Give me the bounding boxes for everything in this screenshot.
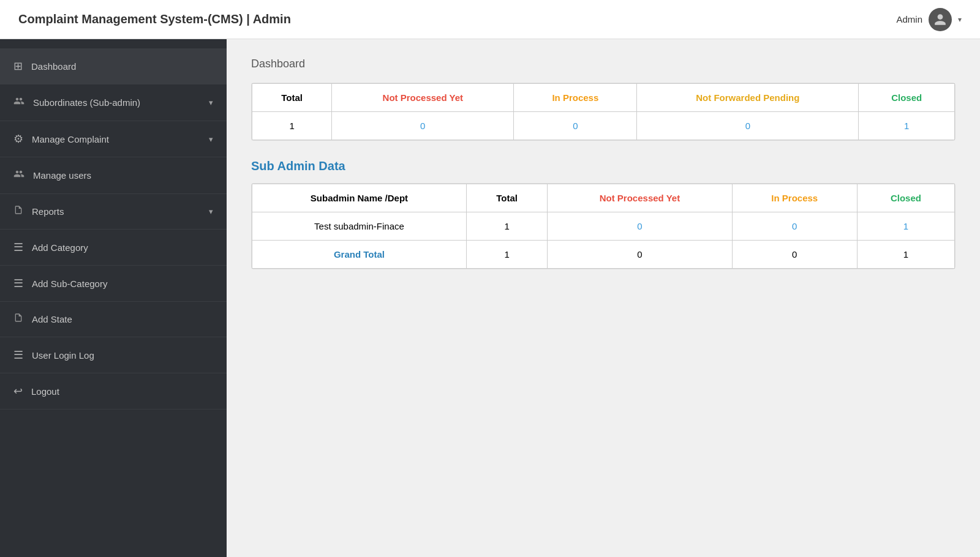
dashboard-icon: ⊞ [13, 59, 23, 73]
sidebar-item-user-login-log[interactable]: ☰ User Login Log [0, 337, 227, 373]
layout: ⊞ Dashboard Subordinates (Sub-admin) ▾ ⚙… [0, 39, 980, 557]
sub-row-name: Test subadmin-Finace [252, 212, 467, 241]
sidebar-item-subordinates[interactable]: Subordinates (Sub-admin) ▾ [0, 84, 227, 121]
grand-total-label: Grand Total [252, 241, 467, 269]
manage-complaint-arrow-icon: ▾ [209, 135, 213, 144]
add-sub-category-icon: ☰ [13, 277, 23, 290]
sidebar-add-state-label: Add State [32, 314, 213, 324]
sidebar-add-sub-category-label: Add Sub-Category [32, 278, 213, 289]
sidebar-subordinates-label: Subordinates (Sub-admin) [33, 97, 209, 108]
sidebar-user-login-log-label: User Login Log [32, 350, 213, 361]
grand-total-closed: 1 [857, 241, 954, 269]
sidebar-logout-label: Logout [31, 386, 213, 397]
sidebar-item-dashboard[interactable]: ⊞ Dashboard [0, 48, 227, 84]
sub-col-name-header: Subadmin Name /Dept [252, 184, 467, 212]
summary-table: Total Not Processed Yet In Process Not F… [252, 83, 955, 140]
sub-row-not-processed: 0 [548, 212, 732, 241]
summary-closed: 1 [859, 112, 955, 140]
add-category-icon: ☰ [13, 241, 23, 254]
sidebar-add-category-label: Add Category [32, 242, 213, 253]
sidebar-reports-label: Reports [32, 206, 209, 217]
col-not-processed-header: Not Processed Yet [332, 84, 514, 112]
sidebar-manage-users-label: Manage users [33, 170, 213, 181]
grand-total-row: Grand Total 1 0 0 1 [252, 241, 955, 269]
summary-total: 1 [252, 112, 332, 140]
sub-admin-section-title: Sub Admin Data [251, 159, 956, 173]
chevron-down-icon: ▾ [958, 15, 962, 24]
sub-admin-card: Subadmin Name /Dept Total Not Processed … [251, 183, 956, 269]
table-row: Test subadmin-Finace 1 0 0 1 [252, 212, 955, 241]
app-title: Complaint Management System-(CMS) | Admi… [18, 12, 291, 26]
sidebar-item-add-state[interactable]: Add State [0, 302, 227, 337]
sidebar-item-manage-complaint[interactable]: ⚙ Manage Complaint ▾ [0, 121, 227, 157]
summary-row: 1 0 0 0 1 [252, 112, 955, 140]
summary-not-forwarded: 0 [637, 112, 859, 140]
summary-not-processed: 0 [332, 112, 514, 140]
user-name: Admin [896, 14, 922, 24]
main-content: Dashboard Total Not Processed Yet In Pro… [227, 39, 980, 557]
summary-in-process: 0 [514, 112, 637, 140]
reports-icon [13, 205, 23, 218]
add-state-icon [13, 313, 23, 326]
subordinates-icon [13, 95, 24, 110]
grand-total-not-processed: 0 [548, 241, 732, 269]
sidebar-item-logout[interactable]: ↩ Logout [0, 373, 227, 409]
col-not-forwarded-header: Not Forwarded Pending [637, 84, 859, 112]
sidebar-item-add-sub-category[interactable]: ☰ Add Sub-Category [0, 266, 227, 302]
sidebar-item-add-category[interactable]: ☰ Add Category [0, 230, 227, 266]
logout-icon: ↩ [13, 384, 23, 398]
sidebar-dashboard-label: Dashboard [31, 61, 213, 72]
subordinates-arrow-icon: ▾ [209, 98, 213, 107]
manage-users-icon [13, 168, 24, 182]
sidebar: ⊞ Dashboard Subordinates (Sub-admin) ▾ ⚙… [0, 39, 227, 557]
summary-card: Total Not Processed Yet In Process Not F… [251, 83, 956, 141]
header: Complaint Management System-(CMS) | Admi… [0, 0, 980, 39]
sub-col-closed-header: Closed [857, 184, 954, 212]
sub-col-total-header: Total [466, 184, 547, 212]
sub-col-in-process-header: In Process [732, 184, 857, 212]
sidebar-item-reports[interactable]: Reports ▾ [0, 194, 227, 230]
grand-total-in-process: 0 [732, 241, 857, 269]
page-title: Dashboard [251, 58, 956, 70]
grand-total-total: 1 [466, 241, 547, 269]
sub-row-total: 1 [466, 212, 547, 241]
sub-row-in-process: 0 [732, 212, 857, 241]
user-menu[interactable]: Admin ▾ [896, 8, 962, 31]
sub-col-not-processed-header: Not Processed Yet [548, 184, 732, 212]
sidebar-item-manage-users[interactable]: Manage users [0, 157, 227, 194]
sidebar-manage-complaint-label: Manage Complaint [32, 134, 209, 144]
col-closed-header: Closed [859, 84, 955, 112]
user-login-log-icon: ☰ [13, 348, 23, 362]
sub-row-closed: 1 [857, 212, 954, 241]
avatar [929, 8, 952, 31]
sub-admin-table: Subadmin Name /Dept Total Not Processed … [252, 184, 955, 269]
col-in-process-header: In Process [514, 84, 637, 112]
reports-arrow-icon: ▾ [209, 207, 213, 216]
manage-complaint-icon: ⚙ [13, 132, 23, 146]
col-total-header: Total [252, 84, 332, 112]
